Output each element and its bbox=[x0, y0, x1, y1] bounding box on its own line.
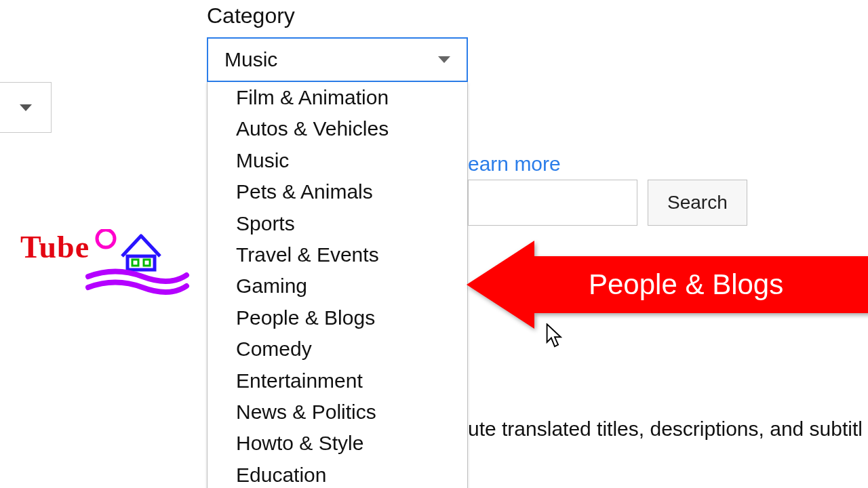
category-option[interactable]: Pets & Animals bbox=[208, 176, 467, 207]
chevron-down-icon bbox=[20, 104, 32, 111]
category-dropdown: Film & AnimationAutos & VehiclesMusicPet… bbox=[207, 82, 468, 488]
logo: Tube bbox=[20, 229, 190, 297]
category-option[interactable]: Music bbox=[208, 145, 467, 176]
category-option[interactable]: Comedy bbox=[208, 333, 467, 365]
category-option[interactable]: Gaming bbox=[208, 270, 467, 302]
category-option[interactable]: Howto & Style bbox=[208, 428, 467, 459]
learn-more-link[interactable]: earn more bbox=[468, 152, 561, 176]
category-option[interactable]: People & Blogs bbox=[208, 302, 467, 333]
callout-label: People & Blogs bbox=[534, 256, 868, 313]
circle-icon bbox=[97, 230, 115, 247]
category-label: Category bbox=[207, 3, 295, 28]
logo-text: Tube bbox=[20, 230, 90, 264]
category-option[interactable]: Travel & Events bbox=[208, 239, 467, 270]
category-select[interactable]: Music bbox=[207, 37, 468, 82]
wave-icon bbox=[88, 272, 186, 282]
svg-rect-1 bbox=[132, 260, 138, 266]
translated-info-text: ute translated titles, descriptions, and… bbox=[468, 418, 863, 441]
category-option[interactable]: Sports bbox=[208, 208, 467, 239]
category-option[interactable]: Entertainment bbox=[208, 365, 467, 396]
category-selected-value: Music bbox=[224, 48, 277, 71]
secondary-select[interactable] bbox=[0, 82, 52, 133]
callout-arrow: People & Blogs bbox=[467, 241, 868, 329]
chevron-down-icon bbox=[438, 56, 450, 63]
house-icon bbox=[122, 236, 160, 270]
search-input[interactable] bbox=[468, 180, 637, 226]
svg-rect-2 bbox=[144, 260, 150, 266]
category-option[interactable]: Film & Animation bbox=[208, 82, 467, 113]
category-option[interactable]: News & Politics bbox=[208, 396, 467, 428]
arrow-left-icon bbox=[467, 241, 534, 329]
category-option[interactable]: Autos & Vehicles bbox=[208, 113, 467, 144]
category-option[interactable]: Education bbox=[208, 460, 467, 488]
wave-icon bbox=[88, 283, 186, 293]
search-button[interactable]: Search bbox=[648, 180, 747, 226]
